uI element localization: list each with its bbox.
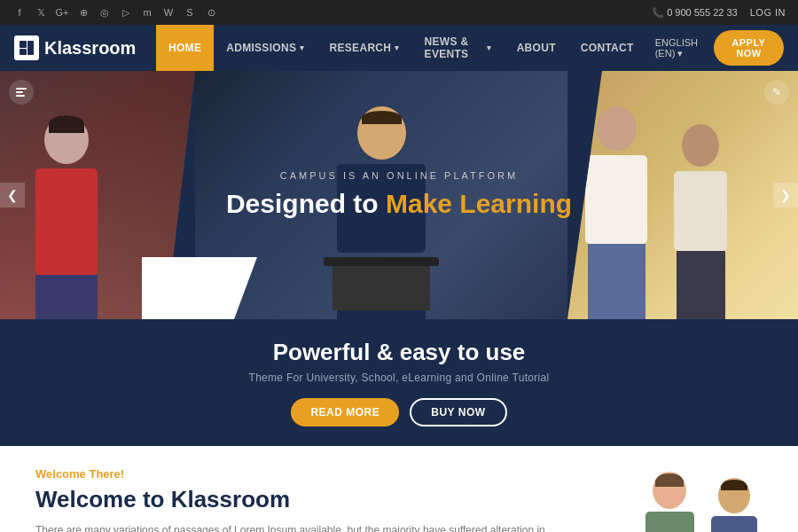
github-icon[interactable]: ⊙ bbox=[204, 5, 218, 20]
hero-panel-right bbox=[567, 71, 798, 319]
site-logo[interactable]: Klassroom bbox=[14, 35, 156, 60]
login-link[interactable]: LOG IN bbox=[750, 7, 786, 18]
svg-rect-3 bbox=[16, 88, 27, 90]
nav-contact[interactable]: CONTACT bbox=[568, 42, 646, 54]
nav-home[interactable]: HOME bbox=[156, 25, 214, 71]
svg-rect-0 bbox=[20, 41, 27, 48]
powerful-buttons: READ MORE BUY NOW bbox=[18, 398, 780, 426]
hero-title: Designed to Make Learning bbox=[222, 188, 576, 220]
news-arrow: ▾ bbox=[487, 43, 491, 52]
logo-text: Klassroom bbox=[44, 38, 136, 59]
social-icons: f 𝕏 G+ ⊕ ◎ ▷ m W S ⊙ bbox=[12, 5, 218, 20]
hero-subtitle: CAMPUS IS AN ONLINE PLATFORM bbox=[222, 170, 576, 181]
apply-now-button[interactable]: APPLY NOW bbox=[714, 30, 784, 66]
pinterest-icon[interactable]: ⊕ bbox=[76, 5, 90, 20]
whatsapp-icon[interactable]: W bbox=[161, 5, 176, 20]
facebook-icon[interactable]: f bbox=[12, 5, 27, 20]
logo-icon bbox=[14, 35, 39, 60]
medium-icon[interactable]: m bbox=[140, 5, 154, 20]
nav-research[interactable]: RESEARCH ▾ bbox=[317, 25, 412, 71]
buy-now-button[interactable]: BUY NOW bbox=[410, 398, 506, 426]
research-arrow: ▾ bbox=[395, 43, 399, 52]
welcome-body: There are many variations of passages of… bbox=[35, 522, 559, 532]
hero-icon-left[interactable] bbox=[9, 80, 34, 105]
youtube-icon[interactable]: ▷ bbox=[119, 5, 133, 20]
instagram-icon[interactable]: ◎ bbox=[98, 5, 112, 20]
top-bar-right: 📞 0 900 555 22 33 LOG IN bbox=[652, 7, 786, 19]
slider-next-button[interactable]: ❯ bbox=[773, 183, 798, 207]
nav-news-events[interactable]: NEWS & EVENTS ▾ bbox=[412, 25, 505, 71]
phone-icon: 📞 bbox=[652, 7, 664, 18]
nav-language[interactable]: ENGLISH (EN) ▾ bbox=[646, 37, 714, 59]
hero-content: CAMPUS IS AN ONLINE PLATFORM Designed to… bbox=[222, 170, 576, 220]
main-navigation: Klassroom HOME ADMISSIONS ▾ RESEARCH ▾ N… bbox=[0, 25, 798, 71]
nav-about[interactable]: ABOUT bbox=[505, 25, 568, 71]
slider-prev-button[interactable]: ❮ bbox=[0, 183, 25, 207]
svg-rect-2 bbox=[27, 41, 34, 55]
nav-admissions[interactable]: ADMISSIONS ▾ bbox=[214, 25, 317, 71]
googleplus-icon[interactable]: G+ bbox=[55, 5, 69, 20]
hero-section: ✎ CAMPUS IS AN ONLINE PLATFORM Designed … bbox=[0, 71, 798, 319]
welcome-title: Welcome to Klassroom bbox=[35, 486, 559, 513]
welcome-eyebrow: Welcome There! bbox=[35, 467, 559, 481]
read-more-button[interactable]: READ MORE bbox=[291, 398, 399, 426]
admissions-arrow: ▾ bbox=[300, 43, 304, 52]
nav-items: HOME ADMISSIONS ▾ RESEARCH ▾ NEWS & EVEN… bbox=[156, 25, 798, 71]
powerful-subtitle: Theme For University, School, eLearning … bbox=[18, 372, 780, 384]
hero-icon-right[interactable]: ✎ bbox=[764, 80, 789, 105]
twitter-icon[interactable]: 𝕏 bbox=[34, 5, 48, 20]
powerful-title: Powerful & easy to use bbox=[18, 339, 780, 366]
welcome-image bbox=[585, 467, 763, 532]
svg-rect-4 bbox=[16, 91, 23, 93]
phone-number: 📞 0 900 555 22 33 bbox=[652, 7, 738, 19]
welcome-text: Welcome There! Welcome to Klassroom Ther… bbox=[35, 467, 559, 532]
top-bar: f 𝕏 G+ ⊕ ◎ ▷ m W S ⊙ 📞 0 900 555 22 33 L… bbox=[0, 0, 798, 25]
welcome-section: Welcome There! Welcome to Klassroom Ther… bbox=[0, 446, 798, 532]
skype-icon[interactable]: S bbox=[183, 5, 197, 20]
svg-rect-1 bbox=[20, 49, 27, 55]
powerful-section: Powerful & easy to use Theme For Univers… bbox=[0, 319, 798, 446]
svg-rect-5 bbox=[16, 95, 25, 97]
